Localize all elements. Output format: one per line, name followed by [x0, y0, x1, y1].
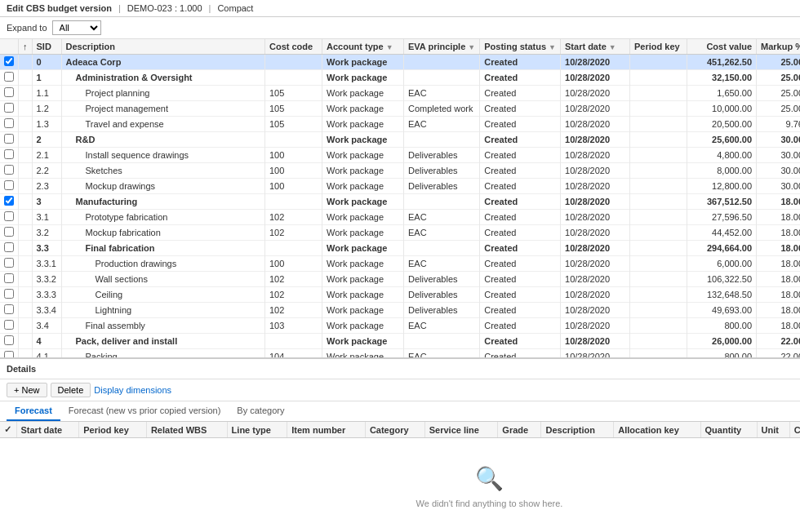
empty-icon: 🔍	[29, 465, 800, 492]
row-description: Project planning	[61, 86, 264, 101]
row-accounttype: Work package	[322, 334, 403, 349]
table-row[interactable]: 1Administration & OversightWork packageC…	[0, 70, 800, 86]
row-postingstatus: Created	[480, 132, 561, 148]
row-checkbox[interactable]	[0, 287, 19, 303]
row-markuppct: 30.00	[757, 148, 800, 163]
table-row[interactable]: 1.2Project management105Work packageComp…	[0, 101, 800, 117]
table-row[interactable]: 1.1Project planning105Work packageEACCre…	[0, 86, 800, 101]
header-title: Edit CBS budget version	[7, 3, 112, 13]
table-row[interactable]: 2.1Install sequence drawings100Work pack…	[0, 148, 800, 163]
row-sid: 4.1	[32, 349, 61, 358]
table-row[interactable]: 2.2Sketches100Work packageDeliverablesCr…	[0, 163, 800, 179]
row-costvalue: 6,000.00	[687, 256, 757, 272]
row-checkbox[interactable]	[0, 272, 19, 287]
row-description: Final assembly	[61, 318, 264, 334]
row-markuppct: 30.00	[757, 163, 800, 179]
table-row[interactable]: 4.1Packing104Work packageEACCreated10/28…	[0, 349, 800, 358]
row-startdate: 10/28/2020	[561, 194, 630, 210]
row-markuppct: 30.00	[757, 132, 800, 148]
table-row[interactable]: 2.3Mockup drawings100Work packageDeliver…	[0, 179, 800, 194]
row-checkbox[interactable]	[0, 318, 19, 334]
table-row[interactable]: 0Adeaca CorpWork packageCreated10/28/202…	[0, 55, 800, 70]
row-sort	[19, 55, 33, 70]
table-row[interactable]: 3.3.1Production drawings100Work packageE…	[0, 256, 800, 272]
row-sort	[19, 256, 33, 272]
row-sid: 1.2	[32, 101, 61, 117]
row-description: Mockup fabrication	[61, 225, 264, 241]
table-row[interactable]: 3.3.2Wall sections102Work packageDeliver…	[0, 272, 800, 287]
header-view[interactable]: Compact	[217, 3, 253, 13]
table-row[interactable]: 2R&DWork packageCreated10/28/202025,600.…	[0, 132, 800, 148]
row-checkbox[interactable]	[0, 117, 19, 132]
new-button[interactable]: + New	[7, 383, 47, 397]
row-evaprinciple: EAC	[403, 86, 479, 101]
table-row[interactable]: 3.1Prototype fabrication102Work packageE…	[0, 210, 800, 225]
row-checkbox[interactable]	[0, 86, 19, 101]
row-markuppct: 22.00	[757, 334, 800, 349]
row-evaprinciple: Deliverables	[403, 287, 479, 303]
row-accounttype: Work package	[322, 179, 403, 194]
row-startdate: 10/28/2020	[561, 148, 630, 163]
expand-select[interactable]: All	[52, 20, 101, 35]
col-startdate: Start date ▼	[561, 39, 630, 55]
row-checkbox[interactable]	[0, 194, 19, 210]
row-periodkey	[630, 163, 687, 179]
row-markuppct: 18.00	[757, 272, 800, 287]
row-postingstatus: Created	[480, 334, 561, 349]
row-checkbox[interactable]	[0, 225, 19, 241]
row-checkbox[interactable]	[0, 163, 19, 179]
row-markuppct: 9.76	[757, 117, 800, 132]
table-row[interactable]: 3.3Final fabricationWork packageCreated1…	[0, 241, 800, 256]
row-costcode: 105	[264, 86, 322, 101]
col-evaprinciple: EVA principle ▼	[403, 39, 479, 55]
row-evaprinciple: EAC	[403, 210, 479, 225]
table-wrap[interactable]: ↑ SID Description Cost code Account type…	[0, 39, 800, 357]
row-sort	[19, 210, 33, 225]
row-checkbox[interactable]	[0, 101, 19, 117]
row-periodkey	[630, 303, 687, 318]
row-checkbox[interactable]	[0, 256, 19, 272]
row-startdate: 10/28/2020	[561, 179, 630, 194]
row-startdate: 10/28/2020	[561, 303, 630, 318]
row-checkbox[interactable]	[0, 55, 19, 70]
row-startdate: 10/28/2020	[561, 334, 630, 349]
row-checkbox[interactable]	[0, 148, 19, 163]
row-checkbox[interactable]	[0, 132, 19, 148]
details-empty-row: 🔍 We didn't find anything to show here.	[0, 438, 800, 533]
row-description: Mockup drawings	[61, 179, 264, 194]
row-accounttype: Work package	[322, 70, 403, 86]
delete-button[interactable]: Delete	[51, 383, 91, 397]
dcol-linetype: Line type	[227, 422, 287, 438]
row-checkbox[interactable]	[0, 349, 19, 358]
tab-forecast[interactable]: Forecast	[7, 401, 60, 421]
row-periodkey	[630, 225, 687, 241]
table-row[interactable]: 4Pack, deliver and installWork packageCr…	[0, 334, 800, 349]
row-checkbox[interactable]	[0, 179, 19, 194]
table-row[interactable]: 3.2Mockup fabrication102Work packageEACC…	[0, 225, 800, 241]
row-checkbox[interactable]	[0, 70, 19, 86]
table-row[interactable]: 3.4Final assembly103Work packageEACCreat…	[0, 318, 800, 334]
table-row[interactable]: 3.3.4Lightning102Work packageDeliverable…	[0, 303, 800, 318]
tab-forecast-vs[interactable]: Forecast (new vs prior copied version)	[60, 401, 229, 421]
tab-by-category[interactable]: By category	[229, 401, 292, 421]
row-checkbox[interactable]	[0, 241, 19, 256]
table-row[interactable]: 1.3Travel and expense105Work packageEACC…	[0, 117, 800, 132]
row-checkbox[interactable]	[0, 303, 19, 318]
row-checkbox[interactable]	[0, 334, 19, 349]
dcol-unit: Unit	[757, 422, 789, 438]
table-row[interactable]: 3.3.3Ceiling102Work packageDeliverablesC…	[0, 287, 800, 303]
expand-bar: Expand to All	[0, 17, 800, 39]
col-sort[interactable]: ↑	[19, 39, 33, 55]
row-postingstatus: Created	[480, 179, 561, 194]
row-accounttype: Work package	[322, 163, 403, 179]
row-evaprinciple: EAC	[403, 117, 479, 132]
display-dimensions-button[interactable]: Display dimensions	[94, 385, 171, 395]
row-accounttype: Work package	[322, 210, 403, 225]
row-costcode	[264, 334, 322, 349]
row-checkbox[interactable]	[0, 210, 19, 225]
dcol-check: ✓	[0, 422, 16, 438]
table-row[interactable]: 3ManufacturingWork packageCreated10/28/2…	[0, 194, 800, 210]
row-sort	[19, 86, 33, 101]
row-costcode: 100	[264, 256, 322, 272]
row-sort	[19, 70, 33, 86]
